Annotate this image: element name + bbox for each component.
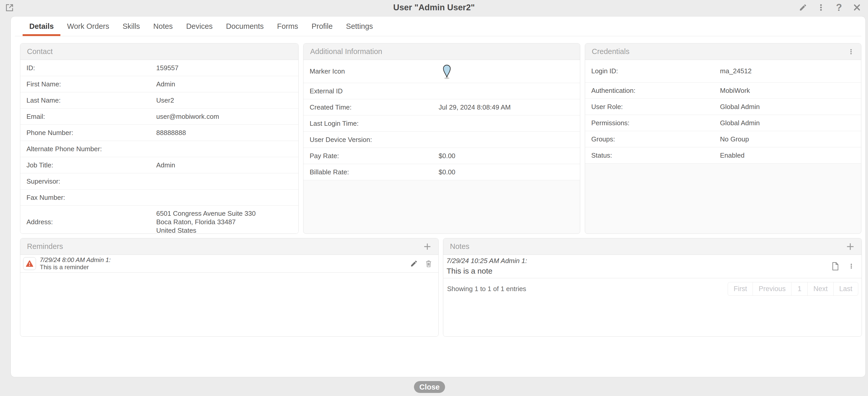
notes-panel: Notes 7/29/24 10:25 AM Admin 1: This is …	[443, 238, 862, 337]
reminder-text: This is a reminder	[40, 263, 111, 271]
marker-balloon-icon	[442, 63, 452, 80]
tab-documents[interactable]: Documents	[219, 17, 271, 36]
table-row: Last Login Time:	[304, 115, 580, 132]
delete-reminder-trash-icon[interactable]	[425, 260, 432, 267]
field-value: No Group	[720, 135, 861, 143]
user-details-dialog: Details Work Orders Skills Notes Devices…	[10, 16, 866, 377]
additional-information-panel: Additional Information Marker Icon Exter…	[303, 43, 580, 234]
credentials-more-kebab-icon[interactable]	[848, 48, 855, 56]
tab-devices[interactable]: Devices	[179, 17, 219, 36]
warning-triangle-icon	[26, 260, 33, 267]
tab-bar: Details Work Orders Skills Notes Devices…	[15, 17, 861, 36]
field-value: Enabled	[720, 151, 861, 160]
reminders-list: 7/29/24 8:00 AM Admin 1: This is a remin…	[20, 255, 438, 337]
field-value: 6501 Congress Avenue Suite 330 Boca Rato…	[156, 206, 298, 234]
notes-panel-title: Notes	[450, 242, 469, 251]
table-row: Address: 6501 Congress Avenue Suite 330 …	[20, 206, 298, 234]
field-value: Global Admin	[720, 103, 861, 111]
field-value: Admin	[156, 161, 298, 169]
contact-panel-header: Contact	[20, 44, 298, 60]
field-value: 159557	[156, 64, 298, 72]
tab-settings[interactable]: Settings	[339, 17, 380, 36]
notes-list: 7/29/24 10:25 AM Admin 1: This is a note	[443, 255, 862, 337]
reminders-panel-header: Reminders	[20, 238, 438, 255]
field-label: Created Time:	[310, 103, 439, 111]
field-value: 88888888	[156, 129, 298, 137]
field-label: ID:	[27, 64, 156, 72]
list-item: 7/29/24 8:00 AM Admin 1: This is a remin…	[20, 255, 438, 273]
notes-panel-header: Notes	[443, 238, 862, 255]
more-kebab-icon[interactable]	[816, 3, 825, 12]
note-more-kebab-icon[interactable]	[848, 262, 855, 270]
field-label: Alternate Phone Number:	[27, 145, 156, 153]
tab-profile[interactable]: Profile	[305, 17, 339, 36]
pagination-next-button[interactable]: Next	[807, 282, 834, 296]
field-value: MobiWork	[720, 87, 861, 95]
reminder-timestamp: 7/29/24 8:00 AM Admin 1:	[40, 256, 111, 263]
pagination-previous-button[interactable]: Previous	[753, 282, 792, 296]
add-note-button[interactable]	[846, 242, 855, 251]
add-reminder-button[interactable]	[423, 242, 432, 251]
table-row: Pay Rate: $0.00	[304, 148, 580, 164]
field-label: Pay Rate:	[310, 152, 439, 160]
field-value: ma_24512	[720, 67, 861, 75]
notes-footer: Showing 1 to 1 of 1 entries First Previo…	[443, 278, 862, 299]
help-icon[interactable]: ?	[835, 3, 843, 12]
pagination-last-button[interactable]: Last	[833, 282, 858, 296]
tab-notes[interactable]: Notes	[147, 17, 180, 36]
table-row: Email: user@mobiwork.com	[20, 109, 298, 125]
credentials-panel-title: Credentials	[592, 47, 629, 56]
note-document-icon[interactable]	[832, 262, 839, 271]
field-label: Email:	[27, 113, 156, 121]
open-in-new-window-icon[interactable]	[5, 3, 14, 12]
field-value: $0.00	[439, 152, 580, 160]
additional-information-rows: Marker Icon External ID Created Time: Ju…	[304, 60, 580, 180]
field-value: User2	[156, 96, 298, 105]
pagination: First Previous 1 Next Last	[728, 282, 858, 296]
additional-information-panel-title: Additional Information	[310, 47, 382, 56]
table-row: Alternate Phone Number:	[20, 141, 298, 157]
close-icon[interactable]	[852, 3, 861, 12]
table-row: Marker Icon	[304, 60, 580, 83]
field-value: Jul 29, 2024 8:08:49 AM	[439, 103, 580, 111]
field-value	[439, 63, 580, 80]
table-row: Groups: No Group	[585, 131, 861, 147]
topbar-actions: ?	[799, 3, 861, 12]
field-label: Address:	[27, 218, 156, 226]
page-title: User "Admin User2"	[393, 3, 474, 12]
field-label: Groups:	[591, 135, 720, 143]
additional-information-panel-header: Additional Information	[304, 44, 580, 60]
table-row: Status: Enabled	[585, 147, 861, 164]
note-texts: 7/29/24 10:25 AM Admin 1: This is a note	[446, 257, 527, 275]
table-row: Billable Rate: $0.00	[304, 164, 580, 180]
edit-pencil-icon[interactable]	[799, 3, 807, 12]
entries-summary: Showing 1 to 1 of 1 entries	[447, 285, 526, 293]
edit-reminder-icon[interactable]	[410, 260, 418, 267]
reminder-warning-badge	[23, 257, 36, 270]
tab-work-orders[interactable]: Work Orders	[60, 17, 116, 36]
tab-forms[interactable]: Forms	[270, 17, 305, 36]
table-row: Job Title: Admin	[20, 157, 298, 173]
contact-rows: ID: 159557 First Name: Admin Last Name: …	[20, 60, 298, 234]
field-label: Supervisor:	[27, 177, 156, 186]
reminders-panel: Reminders 7/29/24 8:00	[20, 238, 439, 337]
list-item: 7/29/24 10:25 AM Admin 1: This is a note	[443, 255, 862, 278]
field-label: Status:	[591, 151, 720, 160]
bottom-panels: Reminders 7/29/24 8:00	[20, 238, 865, 337]
close-button[interactable]: Close	[414, 381, 445, 393]
field-label: Last Name:	[27, 96, 156, 105]
reminder-texts: 7/29/24 8:00 AM Admin 1: This is a remin…	[40, 256, 111, 271]
field-label: Login ID:	[591, 67, 720, 75]
field-label: Authentication:	[591, 87, 720, 95]
pagination-page-1-button[interactable]: 1	[791, 282, 808, 296]
table-row: First Name: Admin	[20, 76, 298, 92]
tab-details[interactable]: Details	[23, 17, 60, 36]
field-label: Marker Icon	[310, 67, 439, 75]
pagination-first-button[interactable]: First	[728, 282, 753, 296]
contact-panel: Contact ID: 159557 First Name: Admin Las…	[20, 43, 299, 234]
field-label: Fax Number:	[27, 194, 156, 202]
table-row: Permissions: Global Admin	[585, 115, 861, 131]
table-row: Supervisor:	[20, 173, 298, 190]
tab-skills[interactable]: Skills	[116, 17, 147, 36]
field-label: Billable Rate:	[310, 168, 439, 176]
